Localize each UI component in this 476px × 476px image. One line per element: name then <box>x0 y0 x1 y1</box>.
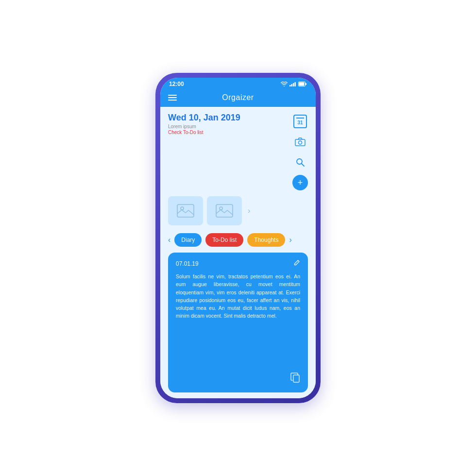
photos-chevron-right-icon[interactable]: › <box>248 206 250 215</box>
date-section: Wed 10, Jan 2019 Lorem ipsum Check To-Do… <box>160 107 316 194</box>
calendar-icon: 31 <box>293 115 307 128</box>
search-icon <box>295 157 305 167</box>
add-button[interactable]: + <box>292 175 308 190</box>
status-bar: 12:00 <box>160 78 316 89</box>
edit-icon[interactable] <box>293 259 300 268</box>
svg-rect-15 <box>293 375 299 382</box>
note-footer <box>176 373 300 386</box>
calendar-button[interactable]: 31 <box>292 114 308 129</box>
camera-button[interactable] <box>292 134 308 150</box>
tabs-row: ‹ Diary To-Do list Thoughts › <box>160 229 316 251</box>
svg-point-8 <box>299 141 302 144</box>
svg-point-9 <box>297 159 302 164</box>
svg-rect-7 <box>295 139 305 146</box>
date-sub: Lorem ipsum <box>168 124 292 129</box>
calendar-num: 31 <box>297 120 303 125</box>
main-content: Wed 10, Jan 2019 Lorem ipsum Check To-Do… <box>160 107 316 398</box>
photo-thumb-2[interactable] <box>207 196 242 225</box>
svg-rect-1 <box>291 84 293 86</box>
tab-diary[interactable]: Diary <box>174 233 202 247</box>
tab-thoughts[interactable]: Thoughts <box>247 233 285 247</box>
search-button[interactable] <box>292 154 308 170</box>
app-title: Orgaizer <box>222 93 254 102</box>
camera-icon <box>295 137 306 146</box>
note-card: 07.01.19 Solum facilis ne vim, tractatos… <box>168 253 308 392</box>
tab-todo[interactable]: To-Do list <box>205 233 243 247</box>
date-todo[interactable]: Check To-Do list <box>168 130 292 135</box>
hamburger-menu[interactable] <box>168 95 177 101</box>
tabs-chevron-right-icon[interactable]: › <box>289 236 291 244</box>
note-date: 07.01.19 <box>176 260 199 267</box>
svg-rect-13 <box>216 204 233 217</box>
date-main: Wed 10, Jan 2019 <box>168 113 292 123</box>
battery-icon <box>298 82 307 86</box>
svg-point-12 <box>181 207 184 210</box>
svg-rect-11 <box>177 204 194 217</box>
signal-icon <box>289 82 296 86</box>
right-icons: 31 <box>292 113 308 190</box>
phone-frame: 12:00 <box>155 73 321 403</box>
svg-rect-5 <box>306 83 307 85</box>
note-text: Solum facilis ne vim, tractatos petentiu… <box>176 272 300 368</box>
note-header: 07.01.19 <box>176 259 300 268</box>
svg-rect-6 <box>299 83 305 86</box>
svg-rect-0 <box>289 85 291 86</box>
photos-row: › <box>160 194 316 229</box>
top-bar: Orgaizer <box>160 89 316 107</box>
status-time: 12:00 <box>169 81 184 87</box>
phone-screen: 12:00 <box>160 78 316 398</box>
svg-point-14 <box>220 207 222 210</box>
date-info: Wed 10, Jan 2019 Lorem ipsum Check To-Do… <box>168 113 292 135</box>
copy-icon[interactable] <box>290 373 300 386</box>
photo-placeholder-icon-1 <box>177 204 194 218</box>
status-icons <box>281 82 307 86</box>
svg-rect-2 <box>293 83 294 86</box>
tabs-chevron-left-icon[interactable]: ‹ <box>168 236 170 244</box>
photo-placeholder-icon-2 <box>216 204 233 218</box>
svg-line-10 <box>302 164 304 166</box>
svg-rect-3 <box>295 82 296 86</box>
wifi-icon <box>281 82 288 86</box>
photo-thumb-1[interactable] <box>168 196 203 225</box>
